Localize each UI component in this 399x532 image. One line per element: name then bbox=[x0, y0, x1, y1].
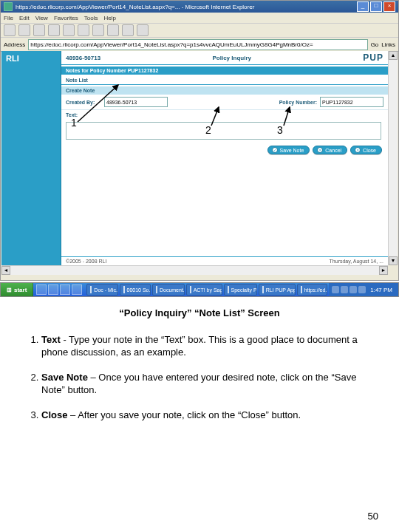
note-text-input[interactable] bbox=[66, 122, 381, 140]
history-icon[interactable] bbox=[107, 24, 119, 36]
horizontal-scrollbar[interactable]: ◄ ► bbox=[1, 265, 388, 275]
policy-number-input[interactable] bbox=[320, 97, 383, 107]
address-label: Address bbox=[4, 41, 25, 48]
cancel-label: Cancel bbox=[325, 148, 341, 153]
create-note-label: Create Note bbox=[61, 86, 388, 95]
document-body: “Policy Inquiry” “Note List” Screen Text… bbox=[0, 307, 399, 433]
doc-item-body: – Once you have entered your desired not… bbox=[41, 372, 356, 396]
doc-item-lead: Save Note bbox=[41, 372, 88, 383]
tray-icon[interactable] bbox=[358, 286, 366, 293]
windows-logo-icon: ⊞ bbox=[7, 287, 12, 293]
doc-item-lead: Text bbox=[41, 334, 61, 345]
minimize-button[interactable]: _ bbox=[357, 1, 369, 12]
window-title: https://edoc.rlicorp.com/AppViewer/Port1… bbox=[16, 4, 254, 10]
menu-edit[interactable]: Edit bbox=[19, 15, 30, 21]
menu-favorites[interactable]: Favorites bbox=[54, 15, 78, 21]
refresh-icon[interactable] bbox=[48, 24, 60, 36]
notes-for-policy-bar: Notes for Policy Number PUP1127832 bbox=[61, 66, 388, 75]
tray-icon[interactable] bbox=[341, 286, 348, 293]
menu-file[interactable]: File bbox=[4, 15, 13, 21]
note-list-label: Note List bbox=[61, 76, 388, 85]
print-icon[interactable] bbox=[137, 24, 149, 36]
brand-logo: RLI bbox=[6, 54, 19, 63]
agent-code: 48936-50713 bbox=[66, 55, 100, 61]
footer-date: Thursday, August 14, ... bbox=[330, 259, 383, 264]
doc-item-body: – After you save your note, click on the… bbox=[67, 409, 301, 420]
callout-number-1: 1 bbox=[71, 117, 77, 129]
ie-icon bbox=[4, 2, 13, 11]
back-icon[interactable] bbox=[4, 24, 16, 36]
menu-view[interactable]: View bbox=[35, 15, 48, 21]
stop-icon[interactable] bbox=[33, 24, 45, 36]
links-label: Links bbox=[381, 41, 395, 48]
tray-icon[interactable] bbox=[349, 286, 357, 293]
copyright: ©2005 - 2008 RLI bbox=[66, 259, 106, 264]
task-button[interactable]: Specialty P... bbox=[224, 284, 257, 296]
address-input[interactable] bbox=[28, 39, 367, 50]
doc-item-body: - Type your note in the “Text” box. This… bbox=[41, 334, 358, 358]
created-by-row: Created By: Policy Number: bbox=[61, 95, 388, 110]
go-button[interactable]: Go bbox=[371, 41, 379, 48]
tray-icon[interactable] bbox=[332, 286, 339, 293]
save-note-label: Save Note bbox=[280, 148, 304, 153]
home-icon[interactable] bbox=[63, 24, 75, 36]
button-row: ✓ Save Note × Cancel × Close bbox=[61, 143, 388, 157]
app-icon bbox=[262, 286, 264, 293]
quick-launch-icon[interactable] bbox=[48, 284, 58, 295]
quick-launch-icon[interactable] bbox=[72, 284, 82, 295]
page-header: 48936-50713 Policy Inquiry PUP bbox=[61, 51, 388, 65]
app-icon bbox=[228, 286, 229, 293]
created-by-input[interactable] bbox=[104, 97, 168, 107]
app-icon bbox=[123, 286, 125, 293]
doc-item-lead: Close bbox=[41, 409, 67, 420]
doc-item-3: Close – After you save your note, click … bbox=[41, 409, 377, 422]
taskbar-tasks: Doc - Mic... 00010 So... Document... ACT… bbox=[85, 284, 329, 296]
app-icon bbox=[90, 286, 92, 293]
page-viewport: RLI 48936-50713 Policy Inquiry PUP Notes… bbox=[1, 51, 388, 265]
scroll-right-icon[interactable]: ► bbox=[379, 266, 388, 275]
menu-bar: File Edit View Favorites Tools Help bbox=[1, 13, 398, 24]
task-button[interactable]: Doc - Mic... bbox=[86, 284, 117, 296]
start-label: start bbox=[14, 287, 27, 293]
callout-number-2: 2 bbox=[205, 124, 211, 136]
app-icon bbox=[301, 286, 302, 293]
x-icon: × bbox=[317, 147, 323, 153]
task-button[interactable]: https://ed... bbox=[297, 284, 328, 296]
quick-launch-icon[interactable] bbox=[36, 284, 47, 295]
quick-launch-icon[interactable] bbox=[60, 284, 70, 295]
task-button[interactable]: RLI PUP App... bbox=[259, 284, 296, 296]
start-button[interactable]: ⊞ start bbox=[1, 283, 33, 296]
menu-help[interactable]: Help bbox=[103, 15, 115, 21]
forward-icon[interactable] bbox=[18, 24, 30, 36]
system-tray: 1:47 PM bbox=[329, 283, 398, 296]
brand-right: PUP bbox=[363, 52, 383, 63]
clock: 1:47 PM bbox=[367, 287, 395, 293]
scroll-down-icon[interactable]: ▼ bbox=[389, 256, 398, 265]
search-icon[interactable] bbox=[78, 24, 89, 36]
close-label: Close bbox=[363, 148, 376, 153]
toolbar bbox=[1, 24, 398, 38]
cancel-button[interactable]: × Cancel bbox=[313, 146, 347, 154]
mail-icon[interactable] bbox=[122, 24, 134, 36]
task-button[interactable]: Document... bbox=[152, 284, 185, 296]
policy-number-label: Policy Number: bbox=[279, 100, 317, 105]
vertical-scrollbar[interactable]: ▲ ▼ bbox=[388, 51, 398, 265]
save-note-button[interactable]: ✓ Save Note bbox=[267, 146, 310, 154]
scroll-up-icon[interactable]: ▲ bbox=[389, 51, 398, 60]
maximize-button[interactable]: □ bbox=[370, 1, 382, 12]
title-bar: https://edoc.rlicorp.com/AppViewer/Port1… bbox=[1, 1, 398, 13]
taskbar: ⊞ start Doc - Mic... 00010 So... Documen… bbox=[0, 282, 399, 297]
task-button[interactable]: 00010 So... bbox=[120, 284, 151, 296]
created-by-label: Created By: bbox=[66, 100, 101, 105]
window-close-button[interactable]: × bbox=[383, 1, 395, 12]
task-button[interactable]: ACT! by Sag... bbox=[186, 284, 222, 296]
favorites-icon[interactable] bbox=[92, 24, 104, 36]
brand-sidebar: RLI bbox=[1, 51, 61, 265]
status-bar bbox=[1, 275, 398, 279]
scroll-left-icon[interactable]: ◄ bbox=[1, 266, 10, 275]
close-button[interactable]: × Close bbox=[350, 146, 382, 154]
menu-tools[interactable]: Tools bbox=[84, 15, 98, 21]
page-number: 50 bbox=[368, 511, 378, 522]
text-row-label: Text: bbox=[61, 110, 388, 120]
callout-number-3: 3 bbox=[277, 124, 283, 136]
